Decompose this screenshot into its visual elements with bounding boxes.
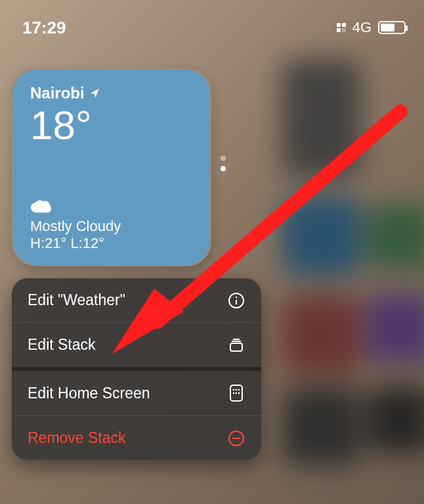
location-arrow-icon: [90, 84, 100, 102]
widget-condition: Mostly Cloudy: [30, 218, 193, 235]
widget-city: Nairobi: [30, 84, 193, 102]
stack-icon: [227, 337, 245, 354]
city-label: Nairobi: [30, 84, 85, 102]
menu-edit-weather[interactable]: Edit "Weather": [12, 278, 261, 322]
menu-item-label: Edit Stack: [28, 336, 96, 354]
menu-item-label: Edit Home Screen: [28, 385, 150, 402]
weather-widget[interactable]: Nairobi 18° Mostly Cloudy H:21° L:12°: [12, 68, 211, 266]
menu-item-label: Remove Stack: [28, 429, 126, 447]
info-icon: [227, 292, 245, 309]
network-label: 4G: [352, 19, 371, 36]
battery-icon: [378, 21, 406, 34]
status-time: 17:29: [22, 18, 66, 38]
phone-grid-icon: [227, 384, 245, 402]
status-indicators: 4G: [337, 19, 406, 36]
context-menu: Edit "Weather" Edit Stack Edit Home Scre…: [12, 278, 261, 460]
svg-point-5: [233, 389, 235, 391]
svg-point-6: [236, 389, 238, 391]
menu-item-label: Edit "Weather": [28, 291, 125, 309]
stack-page-indicator: [221, 156, 226, 171]
minus-circle-icon: [227, 430, 245, 447]
svg-point-1: [236, 296, 237, 297]
svg-point-7: [238, 389, 240, 391]
svg-point-8: [233, 392, 235, 394]
menu-edit-stack[interactable]: Edit Stack: [12, 322, 261, 367]
svg-point-9: [236, 392, 238, 394]
menu-edit-home-screen[interactable]: Edit Home Screen: [12, 371, 261, 415]
svg-point-10: [238, 392, 240, 394]
cloud-icon: [30, 200, 193, 214]
widget-temperature: 18°: [30, 104, 193, 146]
widget-hilo: H:21° L:12°: [30, 235, 193, 252]
signal-icon: [337, 23, 346, 32]
menu-remove-stack[interactable]: Remove Stack: [12, 415, 261, 460]
svg-rect-3: [230, 343, 242, 351]
status-bar: 17:29 4G: [0, 14, 424, 41]
